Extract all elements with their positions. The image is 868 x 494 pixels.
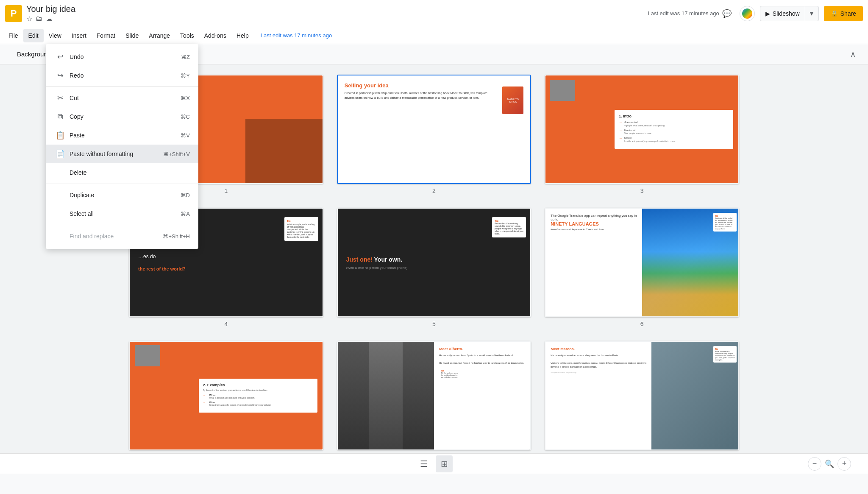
dd-paste-shortcut: ⌘V [181, 132, 190, 139]
last-edit-link[interactable]: Last edit was 17 minutes ago [261, 32, 332, 39]
slide7-item-text-2: Who Show them a specific person who woul… [209, 401, 271, 406]
dd-find-replace-shortcut: ⌘+Shift+H [163, 233, 190, 240]
dd-undo-label: Undo [70, 53, 181, 60]
slide7-photo [135, 345, 160, 366]
slide-number-1: 1 [224, 187, 228, 194]
dd-paste-no-format[interactable]: 📄 Paste without formatting ⌘+Shift+V [46, 145, 198, 163]
slide3-arrow-1: → [619, 121, 622, 125]
undo-icon: ↩ [54, 52, 66, 61]
dd-duplicate[interactable]: Duplicate ⌘D [46, 186, 198, 204]
dd-select-all[interactable]: Select all ⌘A [46, 204, 198, 223]
comment-button[interactable]: 💬 [719, 6, 734, 21]
menu-tools[interactable]: Tools [175, 29, 199, 42]
edit-dropdown-menu: ↩ Undo ⌘Z ↪ Redo ⌘Y ✂ Cut ⌘X ⧉ Copy ⌘C 📋… [46, 44, 198, 249]
slide5-just: Just one! [346, 256, 374, 263]
menu-addons[interactable]: Add-ons [199, 29, 231, 42]
slide3-item-2: → Emotional Give people a reason to care… [619, 129, 729, 135]
grid-view-button[interactable]: ⊞ [436, 455, 453, 472]
star-icon[interactable]: ☆ [26, 15, 32, 23]
slide8-tip-text: Tell the audience about the problem thro… [441, 372, 461, 378]
slide-thumb-3[interactable]: 1. Intro → Unexpected Highlight what's n… [545, 75, 739, 184]
slide7-who-desc: Show them a specific person who would be… [209, 404, 271, 406]
slide8-photo-inner [369, 342, 403, 449]
doc-title-icons: ☆ 🗂 ☁ [26, 15, 639, 23]
cloud-icon[interactable]: ☁ [46, 15, 53, 23]
folder-icon[interactable]: 🗂 [36, 15, 42, 22]
slide2-body: Created in partnership with Chip and Dan… [345, 91, 498, 100]
share-button[interactable]: 🔒 Share [824, 6, 863, 21]
slide9-photo: Tip If one example isn't sufficient to h… [651, 342, 738, 449]
slide8-body: He recently moved from Spain to a small … [439, 354, 525, 365]
slide4-tip-header: Tip [287, 220, 316, 222]
slide-thumb-8[interactable]: Meet Alberto. He recently moved from Spa… [337, 341, 531, 450]
slide9-text: Meet Marcos. He recently opened a camera… [545, 342, 651, 449]
slide-container-9: Meet Marcos. He recently opened a camera… [545, 341, 739, 453]
dd-paste-no-format-shortcut: ⌘+Shift+V [163, 151, 190, 157]
slide9-tip-text: If one example isn't sufficient to help … [715, 350, 735, 361]
list-view-button[interactable]: ☰ [415, 455, 432, 472]
slide2-text: Selling your idea Created in partnership… [345, 82, 498, 100]
menu-insert[interactable]: Insert [67, 29, 92, 42]
dd-redo[interactable]: ↪ Redo ⌘Y [46, 66, 198, 85]
slideshow-dropdown-arrow[interactable]: ▾ [805, 6, 818, 21]
slide3-arrow-3: → [619, 137, 622, 140]
collapse-toolbar-button[interactable]: ∧ [846, 47, 860, 61]
slide-thumb-6[interactable]: The Google Translate app can repeat anyt… [545, 208, 739, 317]
slide6-intro: The Google Translate app can repeat anyt… [551, 214, 637, 221]
slide3-item-3: → Simple Provide a simple unifying messa… [619, 137, 729, 142]
slideshow-button[interactable]: ▶ Slideshow ▾ [760, 6, 819, 21]
slide2-book-text: MADE TO STICK [502, 96, 523, 105]
dd-cut-label: Cut [70, 95, 181, 101]
slide-thumb-9[interactable]: Meet Marcos. He recently opened a camera… [545, 341, 739, 450]
dd-paste-label: Paste [70, 132, 181, 139]
menu-slide[interactable]: Slide [120, 29, 144, 42]
menu-help[interactable]: Help [231, 29, 254, 42]
dd-paste[interactable]: 📋 Paste ⌘V [46, 126, 198, 145]
zoom-controls: − 🔍 + [808, 457, 851, 471]
slide7-arrow-1: → [203, 394, 206, 397]
slide8-name: Meet Alberto. [439, 347, 525, 351]
zoom-out-button[interactable]: − [808, 457, 821, 471]
dd-find-replace-label: Find and replace [70, 233, 163, 240]
slide-thumb-5[interactable]: Just one! Your own. (With a little help … [337, 208, 531, 317]
doc-title-area: Your big idea ☆ 🗂 ☁ [26, 4, 639, 23]
slide8-text: Meet Alberto. He recently moved from Spa… [434, 342, 530, 449]
dd-copy[interactable]: ⧉ Copy ⌘C [46, 107, 198, 126]
dd-delete[interactable]: Delete [46, 163, 198, 182]
dd-duplicate-label: Duplicate [70, 192, 181, 198]
slide8-tip: Tip Tell the audience about the problem … [439, 368, 462, 380]
doc-title[interactable]: Your big idea [26, 4, 639, 14]
slideshow-label[interactable]: ▶ Slideshow [760, 6, 805, 21]
save-status[interactable]: Last edit was 17 minutes ago [648, 10, 719, 17]
slide-container-6: The Google Translate app can repeat anyt… [545, 208, 739, 327]
slide9-caption: Story for illustration purposes only [551, 371, 646, 374]
dd-undo[interactable]: ↩ Undo ⌘Z [46, 47, 198, 66]
slide-thumb-2[interactable]: Selling your idea Created in partnership… [337, 75, 531, 184]
slide-thumb-7[interactable]: 2. Examples By the end of this section, … [129, 341, 323, 450]
dd-divider-2 [46, 184, 198, 184]
slide5-line: Just one! Your own. [346, 256, 522, 263]
paste-no-format-icon: 📄 [54, 149, 66, 159]
app-icon: P [5, 5, 22, 22]
slide2-book: MADE TO STICK [502, 87, 523, 114]
slide8-photo [338, 342, 434, 449]
dd-redo-shortcut: ⌘Y [181, 73, 190, 79]
slide-number-3: 3 [640, 187, 644, 194]
slide6-text: The Google Translate app can repeat anyt… [545, 209, 642, 316]
dd-cut[interactable]: ✂ Cut ⌘X [46, 89, 198, 107]
slide6-highlight: NINETY LANGUAGES [551, 221, 637, 226]
menu-view[interactable]: View [44, 29, 67, 42]
menu-arrange[interactable]: Arrange [144, 29, 175, 42]
zoom-in-button[interactable]: + [837, 457, 851, 471]
slide4-tip-text: In this example, we're leading off with … [287, 223, 316, 238]
menu-edit[interactable]: Edit [23, 29, 44, 42]
slide7-items: → What What is the pain you can cure wit… [203, 394, 313, 406]
cut-icon: ✂ [54, 93, 66, 103]
menu-format[interactable]: Format [92, 29, 120, 42]
slideshow-text: Slideshow [773, 10, 800, 17]
slide6-photo: Tip Don't wait till the end of the prese… [642, 209, 738, 316]
zoom-icon[interactable]: 🔍 [825, 459, 834, 469]
meet-icon[interactable] [740, 6, 755, 21]
menu-file[interactable]: File [3, 29, 23, 42]
redo-icon: ↪ [54, 71, 66, 80]
